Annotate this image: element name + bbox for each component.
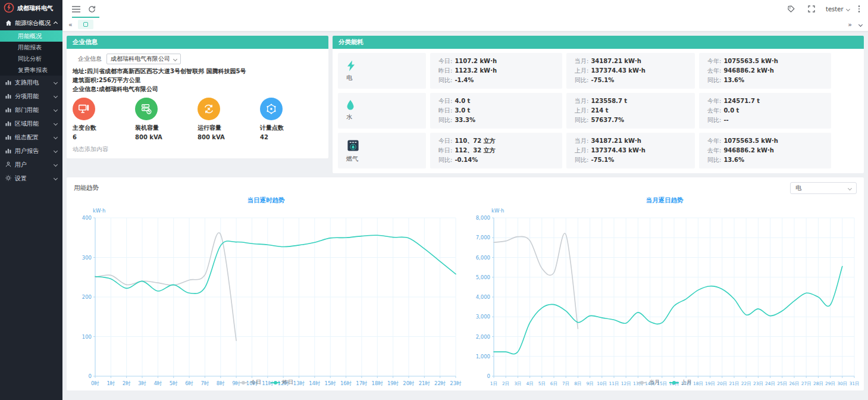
metric-key: 去年: bbox=[707, 107, 721, 114]
sidebar-item-config[interactable]: 组态配置 bbox=[0, 130, 62, 144]
sidebar-item-user-report[interactable]: 用户报告 bbox=[0, 144, 62, 158]
svg-text:11日: 11日 bbox=[609, 381, 619, 386]
svg-text:22日: 22日 bbox=[741, 381, 751, 386]
sidebar-item-settings[interactable]: 设置 bbox=[0, 171, 62, 185]
category-monthly-card: 当月:34187.21 kW·h 上月:137374.43 kW·h 同比:-7… bbox=[566, 133, 695, 168]
menu-label: 设置 bbox=[15, 174, 27, 183]
svg-text:9日: 9日 bbox=[586, 381, 593, 386]
svg-text:1日: 1日 bbox=[490, 381, 497, 386]
metric-key: 同比: bbox=[575, 157, 588, 163]
energy-type-select[interactable]: 电 bbox=[790, 182, 857, 194]
scroll-tabs-left-icon[interactable]: « bbox=[68, 21, 73, 28]
metric-value: 13.6% bbox=[723, 77, 744, 83]
metric-key: 今日: bbox=[438, 138, 452, 144]
stat-transformers: 主变台数 6 bbox=[73, 98, 135, 140]
svg-text:18时: 18时 bbox=[372, 380, 383, 386]
metric-value: 214 t bbox=[591, 107, 608, 114]
metric-value: 1075563.5 kW·h bbox=[723, 138, 778, 144]
sidebar-item-energy-report[interactable]: 用能报表 bbox=[0, 42, 62, 53]
category-name: 燃气 bbox=[346, 155, 426, 163]
svg-text:26日: 26日 bbox=[789, 381, 799, 386]
metric-key: 同比: bbox=[707, 157, 721, 163]
metric-value: 124571.7 t bbox=[723, 98, 760, 104]
sidebar-item-users[interactable]: 用户 bbox=[0, 158, 62, 171]
category-consumption-panel: 分类能耗 电 今日:1107.2 kW·h 昨日:1123.2 kW·h 同比:… bbox=[333, 36, 864, 173]
panel-header: 企业信息 bbox=[67, 36, 328, 49]
stat-label: 运行容量 bbox=[198, 124, 260, 132]
tab-home[interactable] bbox=[78, 20, 93, 29]
bar-chart-icon bbox=[5, 134, 11, 141]
svg-text:25日: 25日 bbox=[777, 381, 787, 386]
legend-item[interactable]: 当月 bbox=[637, 379, 660, 386]
chevron-down-icon bbox=[173, 57, 177, 61]
svg-text:0: 0 bbox=[89, 373, 92, 379]
metric-key: 同比: bbox=[575, 77, 588, 83]
more-options-icon[interactable] bbox=[857, 4, 861, 14]
svg-text:4日: 4日 bbox=[526, 381, 533, 386]
svg-text:2,000: 2,000 bbox=[476, 334, 490, 340]
svg-text:10日: 10日 bbox=[597, 381, 607, 386]
chevron-up-icon bbox=[54, 21, 58, 25]
sidebar-group-energy-overview[interactable]: 能源综合概况 bbox=[0, 16, 62, 30]
metric-value: 112、32 立方 bbox=[455, 147, 495, 154]
menu-label: 部门用能 bbox=[15, 106, 39, 114]
sidebar-item-region-energy[interactable]: 区域用能 bbox=[0, 117, 62, 130]
tab-options-icon[interactable] bbox=[858, 22, 863, 26]
sidebar-item-energy-overview[interactable]: 用能概况 bbox=[0, 30, 62, 42]
tabbar: « » bbox=[62, 18, 868, 32]
svg-text:23时: 23时 bbox=[450, 380, 461, 386]
transformer-icon bbox=[73, 98, 95, 120]
metric-key: 今日: bbox=[438, 58, 452, 64]
svg-text:0时: 0时 bbox=[91, 380, 99, 386]
metric-value: 137374.43 kW·h bbox=[591, 147, 645, 154]
category-row-water: 水 今日:4.0 t 昨日:3.0 t 同比:33.3% 当月:123558.7… bbox=[338, 93, 858, 129]
svg-text:5时: 5时 bbox=[170, 380, 178, 386]
svg-text:1,000: 1,000 bbox=[476, 354, 490, 360]
bar-chart-icon bbox=[5, 120, 11, 127]
tag-icon[interactable] bbox=[784, 2, 797, 15]
sidebar-item-rate-report[interactable]: 复费率报表 bbox=[0, 64, 62, 76]
legend-item[interactable]: 今日 bbox=[239, 379, 261, 386]
sidebar-item-branch-power[interactable]: 支路用电 bbox=[0, 76, 62, 89]
topbar: tester bbox=[62, 0, 868, 18]
menu-fold-icon[interactable] bbox=[70, 2, 83, 15]
trend-panel-title: 用能趋势 bbox=[74, 184, 99, 192]
svg-text:300: 300 bbox=[82, 255, 92, 261]
company-info: 企业信息:成都瑞科电气有限公司 bbox=[73, 85, 322, 93]
chevron-down-icon bbox=[54, 135, 58, 139]
svg-text:4时: 4时 bbox=[153, 380, 162, 386]
legend-item[interactable]: 上月 bbox=[669, 379, 692, 386]
metric-value: 0.0 t bbox=[723, 107, 739, 114]
metric-key: 上月: bbox=[575, 67, 588, 74]
sidebar-item-department-energy[interactable]: 部门用能 bbox=[0, 103, 62, 117]
refresh-icon[interactable] bbox=[85, 2, 98, 15]
category-yearly-card: 今年:1075563.5 kW·h 去年:946886.2 kW·h 同比:13… bbox=[699, 53, 831, 89]
stat-metering-points: 计量点数 42 bbox=[260, 98, 322, 140]
chevron-down-icon bbox=[54, 121, 58, 126]
metric-key: 同比: bbox=[707, 77, 721, 83]
metric-key: 上月: bbox=[575, 107, 588, 114]
svg-text:200: 200 bbox=[82, 294, 92, 300]
menu-label: 支路用电 bbox=[15, 79, 39, 87]
user-menu[interactable]: tester bbox=[826, 6, 849, 12]
company-area: 建筑面积:256万平方公里 bbox=[73, 76, 322, 85]
panel-title: 企业信息 bbox=[73, 38, 98, 46]
stat-value: 800 kVA bbox=[198, 134, 260, 140]
sidebar-item-yoy-analysis[interactable]: 同比分析 bbox=[0, 53, 62, 64]
daily-trend-plot: 01,0002,0003,0004,0005,0006,0007,0008,00… bbox=[465, 205, 864, 390]
dynamic-content-placeholder: 动态添加内容 bbox=[73, 145, 322, 154]
company-select[interactable]: 成都瑞科电气有限公司 bbox=[106, 54, 181, 64]
metric-value: -1.4% bbox=[455, 77, 474, 83]
fullscreen-icon[interactable] bbox=[805, 2, 818, 15]
metric-key: 同比: bbox=[575, 117, 588, 123]
legend-item[interactable]: 昨日 bbox=[271, 379, 293, 386]
svg-text:16时: 16时 bbox=[340, 380, 352, 386]
metric-key: 去年: bbox=[707, 147, 721, 154]
svg-text:kW·h: kW·h bbox=[491, 208, 504, 214]
metric-value: -75.1% bbox=[591, 157, 614, 163]
brand-name: 成都瑞科电气 bbox=[17, 4, 53, 12]
sidebar-item-subitem-energy[interactable]: 分项用能 bbox=[0, 89, 62, 103]
scroll-tabs-right-icon[interactable]: » bbox=[848, 21, 852, 28]
metric-value: 4.0 t bbox=[455, 98, 470, 104]
metric-key: 去年: bbox=[707, 67, 721, 74]
